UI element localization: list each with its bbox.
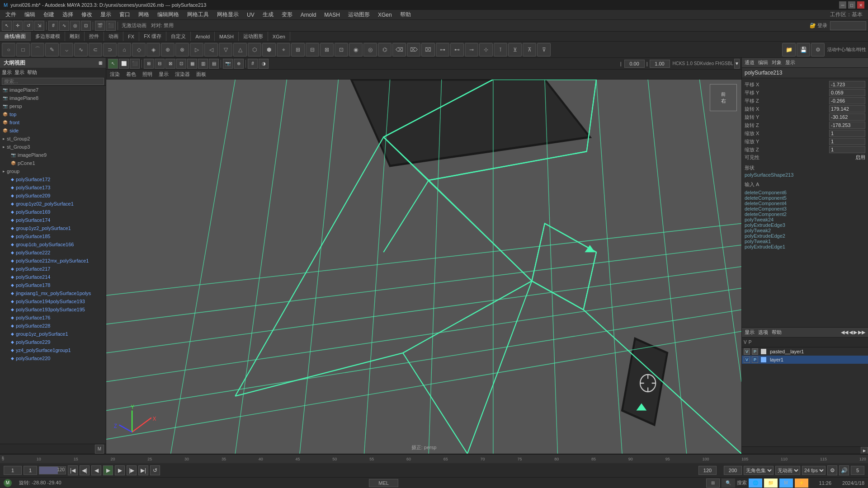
vp-cam2[interactable]: ⊕ — [234, 59, 244, 69]
shelf-tab-fxcache[interactable]: FX 缓存 — [139, 32, 166, 41]
outliner-item-polySurface174[interactable]: ◆polySurface174 — [0, 216, 106, 224]
shelf-tab-fx[interactable]: FX — [123, 32, 139, 41]
rx-input[interactable] — [829, 105, 865, 113]
outliner-item-polySurface217[interactable]: ◆polySurface217 — [0, 265, 106, 273]
input-polyTweak1[interactable]: polyTweak1 — [745, 239, 865, 244]
range-start-input[interactable] — [698, 466, 717, 475]
close-button[interactable]: ✕ — [857, 1, 864, 9]
vp-layout5[interactable]: ▦ — [187, 59, 197, 69]
shelf-icon-9[interactable]: ⌂ — [118, 43, 131, 56]
vp-layout2[interactable]: ⊟ — [155, 59, 165, 69]
attr-tab-channel[interactable]: 通道 — [745, 59, 755, 66]
input-deleteComponent6[interactable]: deleteComponent6 — [745, 190, 865, 195]
menu-display[interactable]: 显示 — [97, 10, 115, 19]
current-frame-display[interactable] — [24, 466, 37, 475]
outliner-item-persp[interactable]: 📷persp — [0, 102, 106, 110]
shelf-icon-4[interactable]: ✎ — [45, 43, 59, 56]
attr-tab-display[interactable]: 显示 — [785, 59, 795, 66]
vp-menu-shade[interactable]: 着色 — [124, 71, 138, 78]
render-btn[interactable]: 🎬 — [95, 21, 105, 31]
shelf-icon-30[interactable]: ⌧ — [421, 43, 435, 56]
shelf-icon-1[interactable]: ○ — [2, 43, 15, 56]
menu-generate[interactable]: 生成 — [259, 10, 277, 19]
vp-renderer-btn[interactable]: ▼ — [734, 59, 740, 69]
fps-select[interactable]: 24 fps — [802, 466, 826, 475]
menu-editmesh[interactable]: 编辑网格 — [154, 10, 183, 19]
menu-help[interactable]: 帮助 — [396, 10, 415, 19]
outliner-item-polySurface172[interactable]: ◆polySurface172 — [0, 175, 106, 183]
shelf-icon-14[interactable]: ▷ — [190, 43, 203, 56]
layer-name-pasted[interactable]: pasted__layer1 — [770, 349, 804, 354]
outliner-item-imagePlane7[interactable]: 📷imagePlane7 — [0, 86, 106, 94]
input-deleteComponent2[interactable]: deleteComponent2 — [745, 211, 865, 217]
search-btn[interactable]: 🔍 — [722, 479, 735, 488]
shape-name[interactable]: polySurfaceShape213 — [745, 172, 865, 178]
vp-select[interactable]: ↖ — [108, 59, 118, 69]
rz-input[interactable] — [829, 122, 865, 129]
vp-menu-render[interactable]: 渲染 — [108, 71, 122, 78]
layer-tab-display[interactable]: 显示 — [745, 329, 755, 336]
sz-input[interactable] — [829, 146, 865, 153]
vp-shading[interactable]: ◑ — [259, 59, 269, 69]
extra-btn[interactable]: ⚡ — [795, 479, 808, 488]
shelf-tab-mash[interactable]: MASH — [215, 32, 239, 41]
menu-modify[interactable]: 修改 — [78, 10, 96, 19]
menu-arnold[interactable]: Arnold — [297, 11, 320, 19]
shelf-icon-5[interactable]: ⌵ — [60, 43, 73, 56]
input-deleteComponent4[interactable]: deleteComponent4 — [745, 201, 865, 206]
play-next-key[interactable]: |▶ — [127, 465, 137, 475]
shelf-icon-19[interactable]: ⬢ — [262, 43, 276, 56]
shelf-icon-12[interactable]: ⊕ — [161, 43, 175, 56]
outliner-item-polySurface193polySurface195[interactable]: ◆polySurface193polySurface195 — [0, 305, 106, 314]
maya-btn[interactable]: M — [779, 479, 793, 488]
loop-btn[interactable]: ↺ — [150, 465, 160, 475]
layer-nav-first[interactable]: ◀◀ — [841, 329, 848, 335]
shelf-icon-20[interactable]: ⌖ — [277, 43, 290, 56]
shelf-tab-anim[interactable]: 动画 — [104, 32, 123, 41]
shelf-icon-24[interactable]: ⊡ — [335, 43, 348, 56]
outliner-item-polySurface220[interactable]: ◆polySurface220 — [0, 354, 106, 362]
menu-edit[interactable]: 编辑 — [21, 10, 39, 19]
timeline-settings[interactable]: ⚙ — [827, 465, 837, 475]
shelf-tab-xgen[interactable]: XGen — [268, 32, 290, 41]
vp-menu-show[interactable]: 显示 — [157, 71, 170, 78]
current-frame-input[interactable] — [4, 466, 22, 475]
menu-meshdisplay[interactable]: 网格显示 — [213, 10, 242, 19]
play-btn[interactable]: ▶ — [103, 465, 113, 475]
window-controls[interactable]: ─ □ ✕ — [839, 1, 864, 9]
script-editor-btn[interactable]: MEL — [369, 479, 398, 487]
account-btn[interactable]: 🔐 登录 — [810, 22, 827, 29]
menu-select[interactable]: 选择 — [59, 10, 77, 19]
shelf-icon-16[interactable]: ▽ — [219, 43, 232, 56]
shelf-icon-13[interactable]: ⊗ — [175, 43, 189, 56]
menu-create[interactable]: 创建 — [40, 10, 58, 19]
shelf-icon-35[interactable]: ⊺ — [494, 43, 507, 56]
tz-input[interactable] — [829, 97, 865, 104]
shelf-icon-21[interactable]: ⊞ — [291, 43, 305, 56]
render-seq[interactable]: ⬛ — [106, 21, 116, 31]
layer-p-layer1[interactable]: P — [752, 357, 758, 363]
layer-name-layer1[interactable]: layer1 — [770, 357, 783, 362]
scale-tool[interactable]: ⇲ — [34, 21, 44, 31]
minimize-button[interactable]: ─ — [839, 1, 846, 9]
outliner-item-polySurface176[interactable]: ◆polySurface176 — [0, 314, 106, 322]
shelf-icon-2[interactable]: □ — [16, 43, 30, 56]
shelf-icon-23[interactable]: ⊠ — [320, 43, 334, 56]
outliner-item-group1yz_polySurface1[interactable]: ◆group1yz_polySurface1 — [0, 330, 106, 338]
viewport-area[interactable]: .mesh-line { stroke: #4af4b0; stroke-wid… — [106, 80, 741, 454]
outliner-item-st_Group2[interactable]: ▸st_Group2 — [0, 135, 106, 143]
shelf-icon-26[interactable]: ◎ — [363, 43, 377, 56]
timeline-ruler[interactable]: 5 5 10 15 20 25 30 35 40 45 50 55 60 65 … — [0, 455, 868, 463]
maximize-button[interactable]: □ — [848, 1, 855, 9]
shelf-icon-34[interactable]: ⊹ — [479, 43, 493, 56]
input-polyExtrudeEdge1[interactable]: polyExtrudeEdge1 — [745, 244, 865, 249]
snap-curve[interactable]: ∿ — [59, 21, 69, 31]
menu-file[interactable]: 文件 — [2, 10, 20, 19]
tx-input[interactable] — [829, 81, 865, 88]
menu-window[interactable]: 窗口 — [116, 10, 134, 19]
layer-nav-next[interactable]: ▶ — [854, 329, 857, 335]
shelf-tab-arnold[interactable]: Arnold — [191, 32, 215, 41]
layer-v-pasted[interactable]: V — [744, 348, 750, 355]
input-deleteComponent5[interactable]: deleteComponent5 — [745, 195, 865, 201]
range-end-input[interactable] — [724, 466, 742, 475]
